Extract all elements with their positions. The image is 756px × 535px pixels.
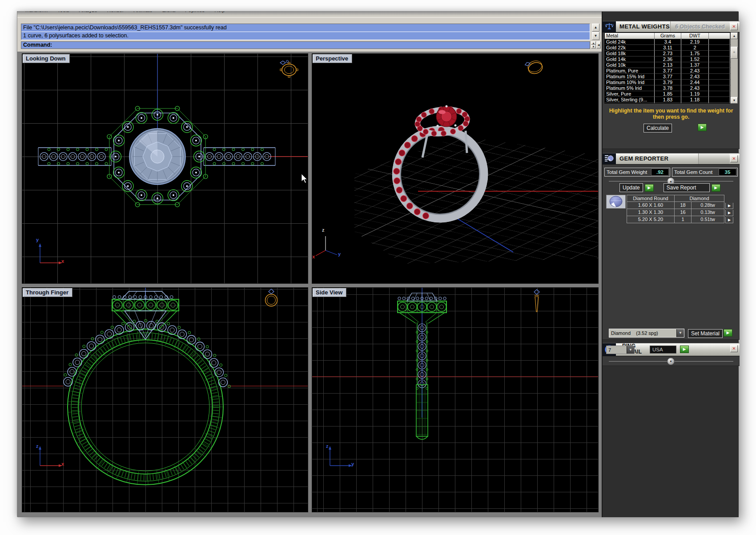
metal-weights-header: METAL WEIGHTS 6 Objects Checked ✕ xyxy=(603,21,740,32)
command-input[interactable]: Command: xyxy=(21,41,590,49)
ring-rail-header: RING RAIL USA 7 ▼ ▶ ✕ xyxy=(603,343,740,356)
scrollbar-thumb[interactable]: ≡ xyxy=(731,47,738,59)
gem-reporter-title: GEM REPORTER xyxy=(616,153,668,164)
ring-rail-slider-knob[interactable]: ▼ xyxy=(667,358,675,365)
axis-label-z: z xyxy=(322,227,325,233)
scroll-left-icon[interactable]: ◀ xyxy=(596,41,601,48)
metal-weights-instruction: Highlight the item you want to find the … xyxy=(603,108,740,120)
gem-row[interactable]: 1.60 X 1.60180.28tw ▶ xyxy=(627,202,732,209)
command-history-line2: 1 curve, 6 polysurfaces added to selecti… xyxy=(21,32,590,40)
ring-rail-close-icon[interactable]: ✕ xyxy=(730,345,738,352)
menu-bar: Transform Tools Analyze Render Animate E… xyxy=(17,12,602,18)
scroll-up-icon[interactable]: ▲ xyxy=(731,32,738,39)
table-row[interactable]: Gold 14k2.361.52 xyxy=(605,56,730,62)
material-select-value: Diamond (3.52 spg) xyxy=(609,329,676,337)
axis-label-z: z xyxy=(36,443,39,449)
menu-item-analyze[interactable]: Analyze xyxy=(79,12,97,13)
table-row[interactable]: Silver, Coin (900)1.811.17 xyxy=(605,103,730,104)
command-history-line1: File "C:\Users\jelena.pecic\Downloads\55… xyxy=(21,24,590,32)
size-standard-field[interactable]: USA xyxy=(650,346,676,354)
table-row[interactable]: Silver, Pure1.851.19 xyxy=(605,91,730,97)
scroll-down-icon[interactable]: ▼ xyxy=(731,97,738,104)
viewport-looking-down[interactable]: Looking Down y x xyxy=(22,53,308,284)
dropdown-arrow-icon[interactable]: ▼ xyxy=(676,329,684,337)
command-prompt-label: Command: xyxy=(23,42,52,48)
viewport-through-finger[interactable]: Through Finger z x xyxy=(22,287,308,512)
axis-label-y: y xyxy=(351,461,354,467)
viewport-title-looking-down[interactable]: Looking Down xyxy=(23,54,70,63)
update-button[interactable]: Update xyxy=(619,183,643,192)
metal-weights-close-icon[interactable]: ✕ xyxy=(730,23,738,30)
axis-label-z: z xyxy=(326,443,329,449)
table-row[interactable]: Silver, Sterling (9...1.831.18 xyxy=(605,97,730,103)
table-row[interactable]: Platinum 10% Irid3.792.44 xyxy=(605,80,730,85)
table-row[interactable]: Platinum 5% Irid3.782.43 xyxy=(605,85,730,91)
calculate-button[interactable]: Calculate xyxy=(643,124,672,133)
gem-table-header: Diamond RoundDiamond xyxy=(627,195,732,202)
dropdown-arrow-icon[interactable]: ▼ xyxy=(627,346,634,354)
total-gem-weight-value: .92 xyxy=(651,169,669,176)
material-select[interactable]: Diamond (3.52 spg) ▼ xyxy=(609,329,684,338)
viewport-side-view[interactable]: Side View z y xyxy=(312,287,599,512)
axis-label-x: x xyxy=(61,461,64,467)
table-row[interactable]: Gold 18k2.731.75 xyxy=(605,51,730,56)
save-report-button[interactable]: Save Report xyxy=(664,183,710,192)
spinner-up-icon[interactable]: ▲ xyxy=(591,41,596,45)
menu-item-help[interactable]: Help xyxy=(214,12,225,13)
table-row[interactable]: Gold 24k3.42.19 xyxy=(605,39,730,45)
gem-row-go-icon[interactable]: ▶ xyxy=(725,217,733,223)
save-report-go-icon[interactable]: ▶ xyxy=(712,184,720,192)
command-panel: File "C:\Users\jelena.pecic\Downloads\55… xyxy=(17,18,602,52)
set-material-go-icon[interactable]: ▶ xyxy=(724,329,732,337)
ring-size-select[interactable]: 7 ▼ xyxy=(606,346,635,354)
metal-weights-title: METAL WEIGHTS xyxy=(616,21,670,32)
objects-checked-status: 6 Objects Checked xyxy=(670,21,729,32)
menu-item-transform[interactable]: Transform xyxy=(24,12,48,13)
gem-thumbnail xyxy=(606,195,626,209)
menu-item-render[interactable]: Render xyxy=(107,12,124,13)
total-gem-count-box: Total Gem Count 35 xyxy=(672,168,738,177)
calculate-go-icon[interactable]: ▶ xyxy=(698,124,707,131)
gem-row-go-icon[interactable]: ▶ xyxy=(725,203,733,209)
total-gem-weight-box: Total Gem Weight .92 xyxy=(604,168,670,177)
gem-icon xyxy=(603,153,616,164)
menu-item-popinies[interactable]: Popinies xyxy=(185,12,205,13)
gem-row[interactable]: 1.30 X 1.30160.13tw ▶ xyxy=(627,209,732,216)
menu-item-elena[interactable]: Elena xyxy=(162,12,175,13)
update-go-icon[interactable]: ▶ xyxy=(645,184,654,192)
gem-reporter-close-icon[interactable]: ✕ xyxy=(730,155,738,162)
table-row[interactable]: Platinum, Pure3.772.43 xyxy=(605,68,730,74)
table-row[interactable]: Gold 10k2.131.37 xyxy=(605,62,730,68)
table-row[interactable]: Platinum 15% Irid3.772.43 xyxy=(605,74,730,80)
desktop-background: Transform Tools Analyze Render Animate E… xyxy=(0,0,756,535)
scale-icon xyxy=(603,21,616,32)
viewport-title-side-view[interactable]: Side View xyxy=(313,288,346,297)
set-material-button[interactable]: Set Material xyxy=(688,329,723,338)
metal-table-scrollbar[interactable]: ▲ ≡ ▼ xyxy=(731,32,738,104)
metal-weights-table-header: MetalGramsDWT xyxy=(605,33,730,39)
viewport-area: Looking Down y x Perspective z x y Throu… xyxy=(17,52,602,517)
gem-row-go-icon[interactable]: ▶ xyxy=(725,210,733,216)
total-gem-count-label: Total Gem Count xyxy=(674,169,712,175)
menu-item-animate[interactable]: Animate xyxy=(133,12,152,13)
gem-reporter-header: GEM REPORTER ✕ xyxy=(603,153,740,165)
scroll-down-icon[interactable]: ▼ xyxy=(592,32,599,40)
scroll-up-icon[interactable]: ▲ xyxy=(592,24,599,32)
total-gem-count-value: 35 xyxy=(719,169,736,176)
ring-rail-go-icon[interactable]: ▶ xyxy=(680,346,689,353)
gem-table: Diamond RoundDiamond 1.60 X 1.60180.28tw… xyxy=(606,195,732,223)
metal-weights-table[interactable]: MetalGramsDWT Gold 24k3.42.19 Gold 22k3.… xyxy=(604,32,731,104)
viewport-title-through-finger[interactable]: Through Finger xyxy=(23,288,72,297)
table-row[interactable]: Gold 22k3.112 xyxy=(605,45,730,51)
spinner-down-icon[interactable]: ▼ xyxy=(591,45,596,48)
app-window: Transform Tools Analyze Render Animate E… xyxy=(17,11,738,517)
menu-item-tools[interactable]: Tools xyxy=(57,12,69,13)
command-history[interactable]: File "C:\Users\jelena.pecic\Downloads\55… xyxy=(21,24,590,40)
axis-label-y: y xyxy=(338,251,341,257)
axis-label-y: y xyxy=(36,237,39,242)
axis-label-x: x xyxy=(312,254,315,259)
gem-row[interactable]: 5.20 X 5.2010.51tw ▶ xyxy=(627,216,732,223)
viewport-perspective[interactable]: Perspective z x y xyxy=(312,53,599,284)
axis-label-x: x xyxy=(61,258,64,264)
viewport-title-perspective[interactable]: Perspective xyxy=(313,54,352,63)
